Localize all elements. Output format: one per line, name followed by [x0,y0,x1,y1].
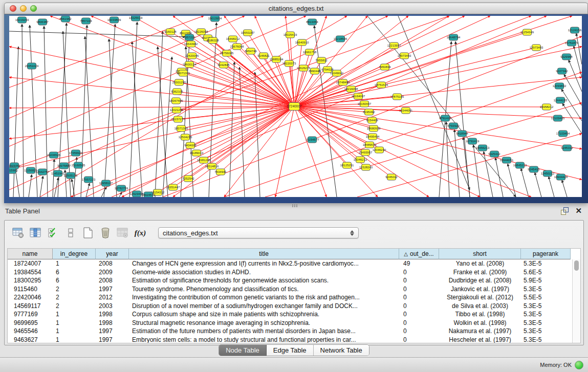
cell[interactable]: 2 [53,286,96,293]
cell[interactable]: 5.3E-5 [521,311,571,318]
cell[interactable]: 2012 [96,294,129,301]
select-column-icon[interactable] [28,225,43,240]
stacked-rows-icon[interactable] [63,225,78,240]
cell[interactable]: 1998 [96,319,129,326]
column-header-year[interactable]: year [96,249,129,259]
tab-network-table[interactable]: Network Table [314,345,369,356]
scrollbar-thumb[interactable] [574,260,579,271]
cell[interactable]: Changes of HCN gene expression and I(f) … [129,260,399,267]
cell[interactable]: 0 [399,269,439,276]
cell[interactable]: Yano et al. (2008) [439,260,521,267]
close-panel-icon[interactable]: ✕ [575,206,582,215]
cell[interactable]: Wolkin et al. (1998) [439,319,521,326]
cell[interactable]: 2008 [96,260,129,267]
cell[interactable]: 9463627 [8,336,53,343]
cell[interactable]: 5.3E-5 [521,302,571,310]
cell[interactable]: Corpus callosum shape and size in male p… [129,311,399,318]
column-header-name[interactable]: name [8,249,53,259]
cell[interactable]: 9699695 [8,319,53,326]
cell[interactable]: 5.6E-5 [521,269,571,276]
cell[interactable]: 5.3E-5 [521,336,571,343]
cell[interactable]: 1 [53,260,96,267]
tab-node-table[interactable]: Node Table [219,345,267,356]
cell[interactable]: 9777169 [8,311,53,318]
cell[interactable]: 18724007 [8,260,53,267]
cell[interactable]: 0 [399,277,439,284]
delete-rows-icon[interactable] [98,225,113,240]
cell[interactable]: 1997 [96,336,129,343]
cell[interactable]: 1 [53,336,96,343]
cell[interactable]: 14569117 [8,302,53,310]
window-titlebar[interactable]: citations_edges.txt [4,3,588,14]
cell[interactable]: 0 [399,319,439,326]
cell[interactable]: 2009 [96,269,129,276]
cell[interactable]: 0 [399,286,439,293]
cell[interactable]: Tibbo et al. (1998) [439,311,521,318]
network-canvas-svg[interactable]: 1822605893275081654398281863282367606815… [9,16,582,197]
cell[interactable]: 6 [53,269,96,276]
table-row[interactable]: 969969511998Structural magnetic resonanc… [8,319,580,327]
cell[interactable]: 0 [399,336,439,343]
cell[interactable]: 5.3E-5 [521,319,571,326]
apply-function-icon[interactable]: f(x) [133,225,148,240]
cell[interactable]: 5.5E-5 [521,294,571,301]
cell[interactable]: 0 [399,311,439,318]
zoom-window-button[interactable] [30,5,37,12]
cell[interactable]: Jankovic et al. (1997) [439,286,521,293]
table-row[interactable]: 977716911998Corpus callosum shape and si… [8,310,580,319]
cell[interactable]: Stergiakouli et al. (2012) [439,294,521,301]
cell[interactable]: de Silva et al. (2003) [439,302,521,310]
cell[interactable]: 1997 [96,286,129,293]
cell[interactable]: Dudbridge et al. (2008) [439,277,521,284]
cell[interactable]: 18300295 [8,277,53,284]
cell[interactable]: 1 [53,311,96,318]
cell[interactable]: 2003 [96,302,129,310]
table-row[interactable]: 946362711997Embryonic stem cells: a mode… [8,336,580,344]
cell[interactable]: 0 [399,294,439,301]
cell[interactable]: Estimation of the future numbers of pati… [129,327,399,335]
minimize-window-button[interactable] [20,5,27,12]
column-header-short[interactable]: short [439,249,521,259]
cell[interactable]: 1 [53,319,96,326]
cell[interactable]: 0 [399,302,439,310]
cell[interactable]: 0 [399,327,439,335]
cell[interactable]: 1997 [96,327,129,335]
table-selector-dropdown[interactable]: citations_edges.txt [158,227,359,238]
cell[interactable]: 1 [53,327,96,335]
column-header-out-de-[interactable]: △out_de... [399,249,439,259]
cell[interactable]: 2008 [96,277,129,284]
float-panel-icon[interactable] [561,207,569,215]
table-row[interactable]: 911546021997Tourette syndrome. Phenomeno… [8,285,580,294]
cell[interactable]: Structural magnetic resonance image aver… [129,319,399,326]
table-row[interactable]: 946554611997Estimation of the future num… [8,327,580,336]
cell[interactable]: Hescheler et al. (1997) [439,336,521,343]
table-settings-icon[interactable] [11,225,26,240]
cell[interactable]: 2 [53,294,96,301]
cell[interactable]: Franke et al. (2009) [439,269,521,276]
memory-status-indicator[interactable] [575,361,583,369]
table-row[interactable]: 2242004622012Investigating the contribut… [8,293,580,302]
cell[interactable]: Disruption of a novel member of a sodium… [129,302,399,310]
cell[interactable]: 5.3E-5 [521,286,571,293]
cell[interactable]: Tourette syndrome. Phenomenology and cla… [129,286,399,293]
cell[interactable]: Embryonic stem cells: a model to study s… [129,336,399,343]
column-header-title[interactable]: title [129,249,399,259]
row-selection-icon[interactable] [46,225,61,240]
tab-edge-table[interactable]: Edge Table [267,345,314,356]
table-row[interactable]: 1456911722003Disruption of a novel membe… [8,302,580,311]
cell[interactable]: 5.3E-5 [521,327,571,335]
cell[interactable]: Investigating the contribution of common… [129,294,399,301]
cell[interactable]: 5.9E-5 [521,277,571,284]
column-header-pagerank[interactable]: pagerank [521,249,571,259]
table-row[interactable]: 1830029562008Estimation of significance … [8,276,580,285]
close-window-button[interactable] [10,5,16,12]
cell[interactable]: 49 [399,260,439,267]
delete-table-icon[interactable] [115,225,130,240]
cell[interactable]: 9465546 [8,327,53,335]
cell[interactable]: Genome-wide association studies in ADHD. [129,269,399,276]
cell[interactable]: Estimation of significance thresholds fo… [129,277,399,284]
column-header-in-degree[interactable]: in_degree [53,249,96,259]
cell[interactable]: 1998 [96,311,129,318]
create-table-icon[interactable] [80,225,96,240]
cell[interactable]: 6 [53,277,96,284]
